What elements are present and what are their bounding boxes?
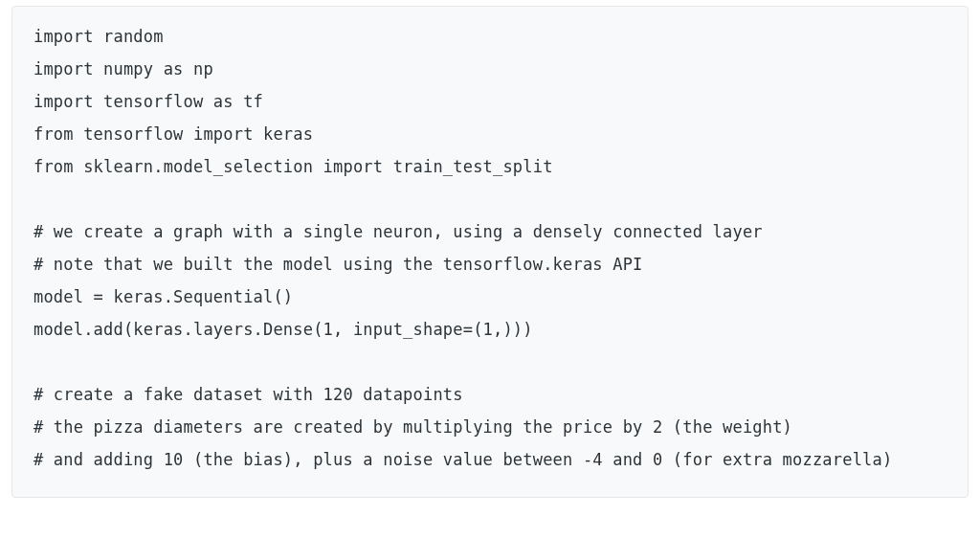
code-block: import random import numpy as np import … bbox=[11, 6, 969, 498]
